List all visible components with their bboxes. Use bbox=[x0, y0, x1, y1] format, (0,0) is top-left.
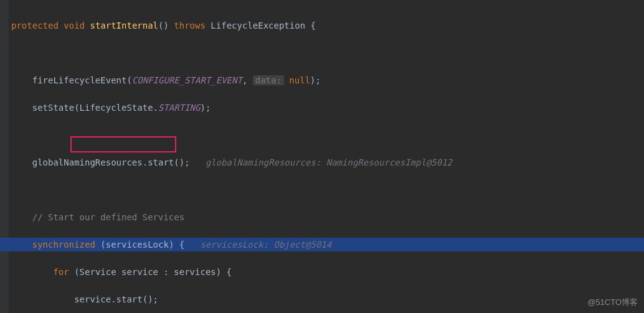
for-head: (Service service : services) { bbox=[69, 267, 232, 277]
brace: ) { bbox=[169, 240, 201, 250]
blank-line[interactable] bbox=[0, 128, 644, 142]
comment: // Start our defined Services bbox=[11, 212, 184, 222]
identifier: servicesLock bbox=[106, 240, 169, 250]
code-line[interactable]: globalNamingResources.start(); globalNam… bbox=[0, 156, 644, 169]
blank-line[interactable] bbox=[0, 46, 644, 60]
method-name: startInternal bbox=[90, 21, 158, 30]
paren-close: ); bbox=[310, 75, 321, 85]
paren-close: ); bbox=[200, 103, 211, 113]
comment-line[interactable]: // Start our defined Services bbox=[0, 210, 644, 224]
enum-constant: STARTING bbox=[158, 103, 200, 113]
watermark: @51CTO博客 bbox=[587, 296, 638, 309]
code-line[interactable]: setState(LifecycleState.STARTING); bbox=[0, 101, 644, 114]
keyword-synchronized: synchronized bbox=[32, 240, 95, 250]
call: fireLifecycleEvent( bbox=[11, 75, 132, 85]
paren: ( bbox=[95, 240, 106, 250]
param-hint: data: bbox=[253, 75, 284, 85]
keyword-protected: protected bbox=[11, 21, 59, 30]
exception-type: LifecycleException { bbox=[211, 21, 316, 30]
indent bbox=[11, 240, 32, 250]
constant: CONFIGURE_START_EVENT bbox=[132, 75, 242, 85]
code-line[interactable]: for (Service service : services) { bbox=[0, 265, 644, 279]
paren: () bbox=[158, 21, 169, 30]
sep: , bbox=[242, 75, 253, 85]
indent bbox=[11, 267, 53, 277]
keyword-null: null bbox=[289, 75, 310, 85]
debug-inline-value: servicesLock: Object@5014 bbox=[200, 240, 331, 250]
call: globalNamingResources.start(); bbox=[11, 157, 206, 167]
code-line[interactable]: fireLifecycleEvent(CONFIGURE_START_EVENT… bbox=[0, 73, 644, 87]
debug-inline-value: globalNamingResources: NamingResourcesIm… bbox=[206, 157, 452, 167]
code-line[interactable]: service.start(); bbox=[0, 292, 644, 306]
call-highlighted: service.start(); bbox=[11, 294, 158, 304]
blank-line[interactable] bbox=[0, 183, 644, 197]
call: setState(LifecycleState. bbox=[11, 103, 158, 113]
keyword-void: void bbox=[64, 21, 85, 30]
code-editor[interactable]: protected void startInternal() throws Li… bbox=[0, 0, 644, 313]
code-line[interactable]: protected void startInternal() throws Li… bbox=[0, 19, 644, 32]
keyword-for: for bbox=[53, 267, 69, 277]
keyword-throws: throws bbox=[174, 21, 206, 30]
current-execution-line[interactable]: synchronized (servicesLock) { servicesLo… bbox=[0, 238, 644, 251]
